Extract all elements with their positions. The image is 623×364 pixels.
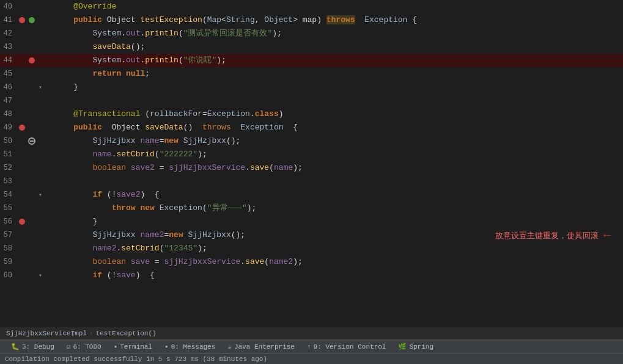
code-content: @Override	[52, 0, 623, 13]
code-line: 41 public Object testException(Map<Strin…	[0, 13, 623, 27]
annotation-arrow: ←	[603, 228, 611, 242]
line-number: 58	[0, 244, 17, 253]
status-label-6: Spring	[409, 343, 433, 351]
code-line: 59 boolean save = sjjHzjbxxService.save(…	[0, 255, 623, 269]
code-area: 40 @Override41 public Object testExcepti…	[0, 0, 623, 327]
line-gutter: 53	[0, 177, 52, 186]
breadcrumb-method[interactable]: testException()	[96, 330, 157, 337]
line-number: 59	[0, 258, 17, 266]
code-content: saveData();	[52, 40, 623, 54]
code-line: 40 @Override	[0, 0, 623, 13]
code-content: name.setCbrid("222222");	[52, 148, 623, 161]
breakpoint-area[interactable]	[17, 125, 27, 131]
line-gutter: 47	[0, 96, 52, 105]
code-line: 48 @Transactional (rollbackFor=Exception…	[0, 107, 623, 121]
line-number: 60	[0, 271, 17, 280]
code-content: boolean save = sjjHzjbxxService.save(nam…	[52, 255, 623, 269]
status-icon-6: 🌿	[398, 343, 407, 351]
status-item-2[interactable]: ▪Terminal	[108, 340, 158, 353]
code-line: 51 name.setCbrid("222222");	[0, 148, 623, 161]
exec-area	[27, 137, 37, 145]
status-icon-3: ▪	[164, 343, 169, 351]
line-gutter: 60	[0, 271, 52, 280]
line-number: 42	[0, 29, 17, 38]
code-content: name2.setCbrid("12345");	[52, 242, 623, 255]
status-item-1[interactable]: ☑6: TODO	[61, 340, 108, 353]
line-number: 43	[0, 43, 17, 51]
code-line: 57 SjjHzjbxx name2=new SjjHzjbxx();故意设置主…	[0, 228, 623, 242]
stop-marker	[28, 137, 35, 145]
code-content: }	[52, 81, 623, 94]
code-line: 58 name2.setCbrid("12345");	[0, 242, 623, 255]
line-gutter: 44	[0, 56, 52, 65]
code-content: SjjHzjbxx name=new SjjHzjbxx();	[52, 134, 623, 148]
exec-marker	[29, 17, 35, 23]
breadcrumb-class[interactable]: SjjHzjbxxServiceImpl	[6, 330, 87, 337]
annotation-container: 故意设置主键重复，使其回滚←	[495, 228, 611, 242]
line-number: 46	[0, 83, 17, 92]
status-item-5[interactable]: ↑9: Version Control	[301, 340, 392, 353]
status-bar: 🐛5: Debug☑6: TODO▪Terminal▪0: Messages☕J…	[0, 340, 623, 353]
code-line: 55 throw new Exception("异常———");	[0, 202, 623, 215]
breakpoint-area[interactable]	[17, 219, 27, 225]
code-content: throw new Exception("异常———");	[52, 202, 623, 215]
breakpoint-dot[interactable]	[19, 125, 25, 131]
status-label-5: 9: Version Control	[314, 343, 386, 351]
code-content: }	[52, 215, 623, 228]
line-number: 55	[0, 204, 17, 213]
fold-icon[interactable]	[39, 191, 42, 198]
status-label-3: 0: Messages	[171, 343, 216, 351]
code-content: System.out.println("你说呢");	[52, 54, 623, 67]
status-icon-1: ☑	[67, 343, 71, 351]
annotation-text: 故意设置主键重复，使其回滚	[495, 230, 599, 241]
status-label-4: Java Enterprise	[234, 343, 295, 351]
line-number: 52	[0, 164, 17, 172]
line-number: 56	[0, 217, 17, 226]
breakpoint-area[interactable]	[17, 17, 27, 23]
line-number: 48	[0, 110, 17, 118]
status-label-2: Terminal	[120, 343, 152, 351]
code-line: 50 SjjHzjbxx name=new SjjHzjbxx();	[0, 134, 623, 148]
code-line: 45 return null;	[0, 67, 623, 81]
line-gutter: 45	[0, 70, 52, 78]
code-content: @Transactional (rollbackFor=Exception.cl…	[52, 107, 623, 121]
code-line: 52 boolean save2 = sjjHzjbxxService.save…	[0, 161, 623, 175]
fold-icon[interactable]	[39, 84, 42, 91]
breakpoint-dot[interactable]	[19, 17, 25, 23]
breadcrumb-sep: ›	[89, 330, 94, 337]
code-line: 46 }	[0, 81, 623, 94]
code-line: 49 public Object saveData() throws Excep…	[0, 121, 623, 134]
line-gutter: 56	[0, 217, 52, 226]
line-gutter: 59	[0, 258, 52, 266]
compilation-status: Compilation completed successfully in 5 …	[0, 353, 623, 364]
status-icon-0: 🐛	[11, 343, 20, 351]
line-gutter: 41	[0, 16, 52, 24]
status-item-4[interactable]: ☕Java Enterprise	[221, 340, 301, 353]
fold-area[interactable]	[37, 84, 44, 91]
line-gutter: 50	[0, 137, 52, 145]
code-content: boolean save2 = sjjHzjbxxService.save(na…	[52, 161, 623, 175]
line-gutter: 46	[0, 83, 52, 92]
line-number: 45	[0, 70, 17, 78]
status-item-0[interactable]: 🐛5: Debug	[5, 340, 61, 353]
breadcrumb-bar: SjjHzjbxxServiceImpl › testException()	[0, 327, 623, 340]
code-line: 60 if (!save) {	[0, 269, 623, 282]
line-gutter: 58	[0, 244, 52, 253]
line-number: 50	[0, 137, 17, 145]
status-item-3[interactable]: ▪0: Messages	[158, 340, 221, 353]
status-item-6[interactable]: 🌿Spring	[392, 340, 440, 353]
code-line: 56 }	[0, 215, 623, 228]
line-number: 53	[0, 177, 17, 186]
line-gutter: 48	[0, 110, 52, 118]
exec-area	[27, 17, 37, 23]
code-content: if (!save2) {	[52, 188, 623, 202]
status-label-1: 6: TODO	[73, 343, 101, 351]
code-content: if (!save) {	[52, 269, 623, 282]
code-line: 54 if (!save2) {	[0, 188, 623, 202]
fold-icon[interactable]	[39, 272, 42, 279]
line-gutter: 49	[0, 123, 52, 132]
fold-area[interactable]	[37, 272, 44, 279]
code-lines: 40 @Override41 public Object testExcepti…	[0, 0, 623, 327]
breakpoint-dot[interactable]	[19, 219, 25, 225]
fold-area[interactable]	[37, 191, 44, 198]
